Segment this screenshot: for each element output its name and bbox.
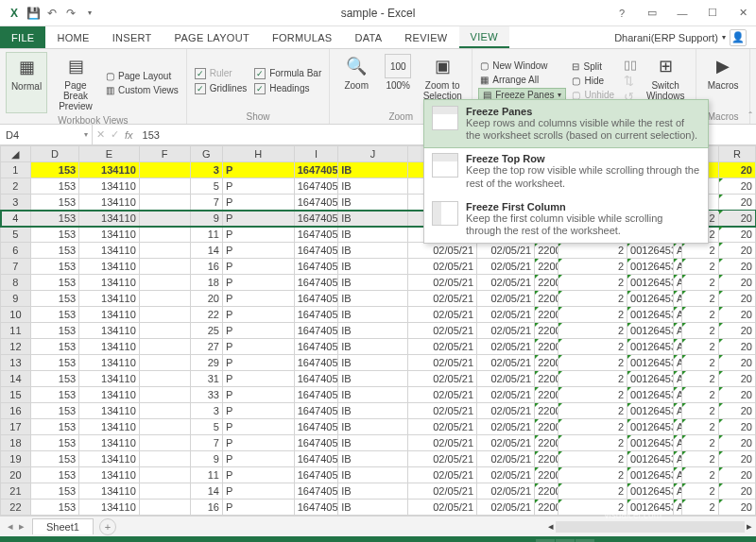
row-header[interactable]: 17	[1, 419, 31, 435]
cell[interactable]: 1647405	[294, 483, 337, 500]
cell[interactable]: 2	[681, 355, 718, 371]
col-header-G[interactable]: G	[190, 146, 222, 162]
cell[interactable]: 2	[558, 403, 627, 419]
cell[interactable]: IB	[338, 227, 407, 243]
cell[interactable]: 00126453	[627, 419, 674, 435]
cell[interactable]: 33	[190, 387, 222, 403]
cell[interactable]: 1647405	[294, 211, 337, 227]
cell[interactable]: 1647405	[294, 243, 337, 259]
cell[interactable]: 220016	[535, 435, 558, 451]
cell[interactable]: 02/05/21	[477, 339, 535, 355]
cell[interactable]: 20	[718, 371, 755, 387]
cell[interactable]: AA	[674, 403, 682, 419]
cell[interactable]: 1647405	[294, 195, 337, 211]
cell[interactable]: P	[222, 243, 294, 259]
cell[interactable]: 153	[30, 500, 78, 516]
cell[interactable]: 220016	[535, 500, 558, 516]
cell[interactable]: 1647405	[294, 162, 337, 178]
cell[interactable]: 220012	[535, 355, 558, 371]
cell[interactable]: IB	[338, 195, 407, 211]
row-header[interactable]: 8	[1, 275, 31, 291]
cell[interactable]: 1647405	[294, 323, 337, 339]
cell[interactable]: 153	[30, 275, 78, 291]
col-header-D[interactable]: D	[30, 146, 78, 162]
cell[interactable]: P	[222, 178, 294, 195]
cell[interactable]: IB	[338, 371, 407, 387]
cell[interactable]: 220012	[535, 291, 558, 307]
cell[interactable]: 2	[558, 387, 627, 403]
cell[interactable]: 220016	[535, 467, 558, 483]
cell[interactable]	[139, 371, 190, 387]
split-button[interactable]: ⊟Split	[570, 60, 616, 73]
cell[interactable]: 2	[681, 483, 718, 500]
col-header-I[interactable]: I	[294, 146, 337, 162]
cell[interactable]: 1647405	[294, 500, 337, 516]
cell[interactable]: AA	[674, 291, 682, 307]
cell[interactable]: 2	[558, 243, 627, 259]
cell[interactable]: 7	[190, 435, 222, 451]
cell[interactable]: 02/05/21	[477, 355, 535, 371]
cell[interactable]: 2	[558, 483, 627, 500]
cell[interactable]: IB	[338, 500, 407, 516]
cell[interactable]: 20	[718, 323, 755, 339]
cell[interactable]: 20	[718, 435, 755, 451]
cell[interactable]: 220012	[535, 387, 558, 403]
row-header[interactable]: 3	[1, 195, 31, 211]
cell[interactable]: P	[222, 355, 294, 371]
cell[interactable]: 134110	[79, 435, 140, 451]
cell[interactable]: 5	[190, 178, 222, 195]
enter-formula-icon[interactable]: ✓	[111, 128, 119, 141]
cell[interactable]: 00126453	[627, 371, 674, 387]
cell[interactable]: 20	[718, 355, 755, 371]
cell[interactable]: 02/05/21	[407, 419, 476, 435]
cell[interactable]: 00126453	[627, 403, 674, 419]
cell[interactable]: 2	[558, 451, 627, 467]
cell[interactable]: 134110	[79, 259, 140, 275]
cell[interactable]: 02/05/21	[407, 451, 476, 467]
cell[interactable]: 1647405	[294, 275, 337, 291]
cell[interactable]: AA	[674, 243, 682, 259]
cell[interactable]: 2	[681, 435, 718, 451]
page-layout-button[interactable]: ▢Page Layout	[104, 70, 180, 82]
cell[interactable]: 220012	[535, 323, 558, 339]
view-side-icon[interactable]: ▯▯	[624, 58, 637, 72]
zoom-100-button[interactable]: 100 100%	[381, 52, 415, 110]
cell[interactable]: 11	[190, 467, 222, 483]
row-header[interactable]: 2	[1, 178, 31, 195]
cell[interactable]: 2	[558, 467, 627, 483]
cell[interactable]: 2	[681, 371, 718, 387]
sync-scroll-icon[interactable]: ⇅	[624, 74, 634, 88]
undo-icon[interactable]: ↶	[43, 5, 60, 22]
cell[interactable]: 02/05/21	[477, 451, 535, 467]
cell[interactable]: 20	[718, 387, 755, 403]
cell[interactable]: 1647405	[294, 178, 337, 195]
row-header[interactable]: 11	[1, 323, 31, 339]
cell[interactable]: 2	[558, 419, 627, 435]
cell[interactable]	[139, 259, 190, 275]
zoom-button[interactable]: 🔍 Zoom	[335, 52, 377, 110]
cell[interactable]: 16	[190, 500, 222, 516]
cell[interactable]: P	[222, 403, 294, 419]
cell[interactable]: 25	[190, 323, 222, 339]
redo-icon[interactable]: ↷	[62, 5, 79, 22]
cell[interactable]: 220012	[535, 243, 558, 259]
cell[interactable]: P	[222, 259, 294, 275]
new-window-button[interactable]: ▢New Window	[478, 59, 566, 72]
cell[interactable]: P	[222, 162, 294, 178]
cell[interactable]: 2	[558, 291, 627, 307]
cell[interactable]	[139, 483, 190, 500]
cell[interactable]: 00126453	[627, 323, 674, 339]
cell[interactable]: 02/05/21	[407, 291, 476, 307]
cell[interactable]: IB	[338, 307, 407, 323]
cell[interactable]: 14	[190, 483, 222, 500]
cell[interactable]: 1647405	[294, 387, 337, 403]
cell[interactable]: 153	[30, 435, 78, 451]
cell[interactable]: 153	[30, 243, 78, 259]
cell[interactable]: P	[222, 387, 294, 403]
cell[interactable]: 153	[30, 339, 78, 355]
row-header[interactable]: 4	[1, 211, 31, 227]
cell[interactable]: 220016	[535, 403, 558, 419]
cell[interactable]: 02/05/21	[407, 307, 476, 323]
cell[interactable]: 220016	[535, 483, 558, 500]
cell[interactable]: 134110	[79, 483, 140, 500]
